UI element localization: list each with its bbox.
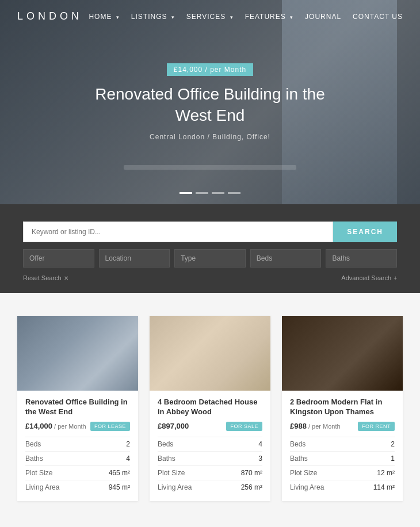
stat-value: 256 m² (241, 483, 262, 491)
search-input[interactable] (23, 222, 333, 242)
stat-value: 4 (258, 440, 262, 448)
price-suffix: / per Month (52, 423, 86, 430)
hero-dot-2[interactable] (196, 192, 208, 194)
hero-content: £14,000 / per Month Renovated Office Bui… (83, 63, 337, 141)
advanced-icon: + (394, 275, 397, 281)
listings-section: Renovated Office Building in the West En… (0, 293, 420, 524)
stat-value: 2 (126, 440, 130, 448)
filter-select-offer[interactable]: Offer (23, 249, 94, 268)
listing-image (17, 316, 138, 391)
stat-row: Living Area 945 m² (25, 480, 130, 494)
listing-badge: FOR LEASE (90, 422, 130, 431)
nav-link[interactable]: JOURNAL (305, 13, 341, 21)
advanced-search-label: Advanced Search (341, 274, 391, 281)
reset-search-link[interactable]: Reset Search ✕ (23, 274, 68, 281)
hero-dot-3[interactable] (212, 192, 224, 194)
stat-value: 1 (391, 455, 395, 463)
listing-price-row: £14,000 / per Month FOR LEASE (25, 422, 130, 431)
nav-link[interactable]: FEATURES ▾ (245, 13, 293, 21)
listing-title: Renovated Office Building in the West En… (25, 398, 130, 417)
hero-carousel-dots (180, 192, 240, 194)
stat-row: Baths 3 (158, 452, 262, 466)
stat-value: 870 m² (241, 469, 262, 477)
chevron-icon: ▾ (116, 14, 120, 20)
listing-stats: Beds 4 Baths 3 Plot Size 870 m² Living A… (158, 437, 262, 494)
stat-label: Plot Size (290, 469, 317, 477)
stat-value: 114 m² (373, 483, 395, 491)
nav-link[interactable]: SERVICES ▾ (186, 13, 234, 21)
listing-body: 4 Bedroom Detached House in Abbey Wood £… (150, 391, 270, 501)
search-button[interactable]: SEARCH (333, 222, 397, 242)
listing-stats: Beds 2 Baths 4 Plot Size 465 m² Living A… (25, 437, 130, 494)
listing-card[interactable]: 2 Bedroom Modern Flat in Kingston Upon T… (282, 316, 403, 501)
listing-price-row: £988 / per Month FOR RENT (290, 422, 395, 431)
hero-title: Renovated Office Building in the West En… (83, 84, 337, 126)
filter-select-type[interactable]: Type (174, 249, 246, 268)
advanced-search-link[interactable]: Advanced Search + (341, 274, 397, 281)
nav-link[interactable]: CONTACT US (353, 13, 403, 21)
reset-icon: ✕ (64, 275, 68, 281)
stat-row: Plot Size 870 m² (158, 466, 262, 480)
site-header: LONDON HOME ▾LISTINGS ▾SERVICES ▾FEATURE… (0, 0, 420, 33)
listing-stats: Beds 2 Baths 1 Plot Size 12 m² Living Ar… (290, 437, 395, 494)
stat-row: Baths 4 (25, 452, 130, 466)
listing-card[interactable]: 4 Bedroom Detached House in Abbey Wood £… (150, 316, 270, 501)
listing-image (150, 316, 270, 391)
listing-body: Renovated Office Building in the West En… (17, 391, 138, 501)
listing-badge: FOR RENT (358, 422, 395, 431)
hero-dot-1[interactable] (180, 192, 192, 194)
site-logo[interactable]: LONDON (17, 10, 82, 22)
nav-link[interactable]: LISTINGS ▾ (131, 13, 175, 21)
listing-card[interactable]: Renovated Office Building in the West En… (17, 316, 138, 501)
nav-item-journal[interactable]: JOURNAL (305, 12, 341, 21)
reset-search-label: Reset Search (23, 274, 62, 281)
listing-price: £897,000 (158, 422, 189, 430)
nav-item-home[interactable]: HOME ▾ (89, 12, 119, 21)
stat-label: Beds (25, 440, 41, 448)
filter-select-beds[interactable]: Beds (250, 249, 322, 268)
search-row: SEARCH (23, 222, 397, 242)
chevron-icon: ▾ (230, 14, 234, 20)
hero-tags: Central London / Building, Office! (83, 133, 337, 141)
stat-label: Baths (158, 455, 175, 463)
listing-body: 2 Bedroom Modern Flat in Kingston Upon T… (282, 391, 403, 501)
listing-badge: FOR SALE (226, 422, 262, 431)
nav-item-services[interactable]: SERVICES ▾ (186, 12, 234, 21)
stat-row: Living Area 256 m² (158, 480, 262, 494)
stat-label: Living Area (158, 483, 192, 491)
stat-label: Baths (25, 455, 43, 463)
stat-row: Plot Size 465 m² (25, 466, 130, 480)
stat-row: Beds 2 (290, 437, 395, 452)
stat-value: 465 m² (109, 469, 130, 477)
nav-link[interactable]: HOME ▾ (89, 13, 119, 21)
listing-image (282, 316, 403, 391)
stat-label: Beds (158, 440, 173, 448)
filter-row: OfferLocationTypeBedsBaths (23, 249, 397, 268)
filter-select-location[interactable]: Location (99, 249, 170, 268)
nav-item-contact-us[interactable]: CONTACT US (353, 12, 403, 21)
search-links: Reset Search ✕ Advanced Search + (23, 274, 397, 281)
stat-label: Plot Size (25, 469, 52, 477)
stat-row: Beds 4 (158, 437, 262, 452)
hero-table-decoration (124, 165, 296, 170)
filter-select-baths[interactable]: Baths (326, 249, 397, 268)
stat-value: 945 m² (109, 483, 130, 491)
listing-title: 4 Bedroom Detached House in Abbey Wood (158, 398, 262, 417)
listing-price: £14,000 / per Month (25, 422, 86, 430)
chevron-icon: ▾ (290, 14, 293, 20)
stat-row: Plot Size 12 m² (290, 466, 395, 480)
stat-value: 12 m² (377, 469, 395, 477)
stat-value: 4 (126, 455, 130, 463)
stat-row: Baths 1 (290, 452, 395, 466)
hero-price: £14,000 / per Month (167, 63, 253, 76)
stat-label: Plot Size (158, 469, 185, 477)
price-suffix: / per Month (307, 423, 341, 430)
stat-row: Beds 2 (25, 437, 130, 452)
listing-price-row: £897,000 FOR SALE (158, 422, 262, 431)
nav-item-features[interactable]: FEATURES ▾ (245, 12, 293, 21)
nav-item-listings[interactable]: LISTINGS ▾ (131, 12, 175, 21)
stat-label: Beds (290, 440, 306, 448)
hero-dot-4[interactable] (228, 192, 240, 194)
stat-value: 3 (258, 455, 262, 463)
listing-price: £988 / per Month (290, 422, 341, 430)
